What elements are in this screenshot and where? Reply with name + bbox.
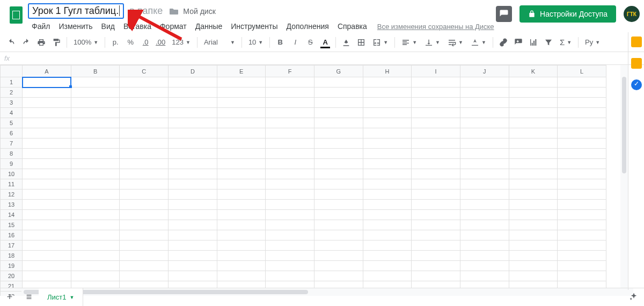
- cell[interactable]: [120, 220, 169, 230]
- cell[interactable]: [266, 159, 314, 169]
- cell[interactable]: [71, 118, 120, 128]
- cell[interactable]: [363, 149, 412, 159]
- cell[interactable]: [169, 241, 217, 251]
- cell[interactable]: [314, 88, 363, 98]
- cell[interactable]: [217, 190, 266, 200]
- cell[interactable]: [412, 118, 460, 128]
- cell[interactable]: [363, 241, 412, 251]
- cell[interactable]: [71, 159, 120, 169]
- insert-comment-button[interactable]: [511, 35, 525, 49]
- cell[interactable]: [509, 210, 558, 220]
- cell[interactable]: [412, 271, 460, 281]
- percent-button[interactable]: %: [123, 35, 137, 49]
- cell[interactable]: [23, 190, 71, 200]
- cell[interactable]: [217, 230, 266, 241]
- cell[interactable]: [120, 118, 169, 128]
- cell[interactable]: [363, 190, 412, 200]
- menu-view[interactable]: Вид: [98, 20, 119, 33]
- tasks-addon-icon[interactable]: ✓: [631, 79, 642, 90]
- cell[interactable]: [412, 230, 460, 241]
- cell[interactable]: [314, 261, 363, 271]
- column-header[interactable]: J: [460, 65, 509, 77]
- cell[interactable]: [120, 271, 169, 281]
- cell[interactable]: [23, 128, 71, 139]
- cell[interactable]: [23, 139, 71, 149]
- cell[interactable]: [363, 77, 412, 88]
- cell[interactable]: [460, 98, 509, 108]
- print-button[interactable]: [34, 35, 48, 49]
- cell[interactable]: [509, 128, 558, 139]
- column-header[interactable]: D: [169, 65, 217, 77]
- text-wrap-button[interactable]: ▼: [444, 35, 466, 49]
- row-header[interactable]: 4: [1, 108, 23, 118]
- cell[interactable]: [23, 159, 71, 169]
- cell[interactable]: [217, 261, 266, 271]
- cell[interactable]: [120, 230, 169, 241]
- cell[interactable]: [412, 77, 460, 88]
- cell[interactable]: [460, 200, 509, 210]
- sheets-logo[interactable]: [10, 6, 23, 24]
- menu-edit[interactable]: Изменить: [55, 20, 96, 33]
- row-header[interactable]: 19: [1, 261, 23, 271]
- cell[interactable]: [558, 139, 606, 149]
- cell[interactable]: [363, 128, 412, 139]
- font-size-dropdown[interactable]: 10▼: [245, 35, 266, 49]
- cell[interactable]: [71, 169, 120, 179]
- cell[interactable]: [314, 190, 363, 200]
- cell[interactable]: [412, 251, 460, 261]
- cell[interactable]: [169, 271, 217, 281]
- text-rotation-button[interactable]: ▼: [467, 35, 489, 49]
- cell[interactable]: [509, 230, 558, 241]
- cell[interactable]: [23, 210, 71, 220]
- all-sheets-button[interactable]: ≡: [19, 288, 39, 307]
- cell[interactable]: [314, 179, 363, 190]
- cell[interactable]: [266, 118, 314, 128]
- currency-button[interactable]: p.: [108, 35, 122, 49]
- cell[interactable]: [558, 210, 606, 220]
- cell[interactable]: [217, 169, 266, 179]
- cell[interactable]: [363, 261, 412, 271]
- row-header[interactable]: 20: [1, 271, 23, 281]
- number-format-dropdown[interactable]: 123▼: [169, 35, 194, 49]
- menu-addons[interactable]: Дополнения: [283, 20, 333, 33]
- row-header[interactable]: 5: [1, 118, 23, 128]
- cell[interactable]: [314, 251, 363, 261]
- cell[interactable]: [363, 139, 412, 149]
- cell[interactable]: [71, 241, 120, 251]
- cell[interactable]: [120, 139, 169, 149]
- cell[interactable]: [314, 118, 363, 128]
- column-header[interactable]: A: [23, 65, 71, 77]
- cell[interactable]: [169, 230, 217, 241]
- cell[interactable]: [314, 200, 363, 210]
- cell[interactable]: [120, 210, 169, 220]
- cell[interactable]: [460, 179, 509, 190]
- cell[interactable]: [71, 149, 120, 159]
- share-button[interactable]: Настройки Доступа: [519, 5, 616, 23]
- cell[interactable]: [23, 251, 71, 261]
- cell[interactable]: [169, 210, 217, 220]
- cell[interactable]: [266, 251, 314, 261]
- cell[interactable]: [120, 128, 169, 139]
- cell[interactable]: [460, 251, 509, 261]
- cell[interactable]: [460, 88, 509, 98]
- cell[interactable]: [412, 108, 460, 118]
- account-avatar[interactable]: ГТК: [624, 6, 640, 22]
- cell[interactable]: [71, 230, 120, 241]
- cell[interactable]: [169, 108, 217, 118]
- cell[interactable]: [460, 261, 509, 271]
- cell[interactable]: [71, 179, 120, 190]
- cell[interactable]: [412, 159, 460, 169]
- cell[interactable]: [71, 88, 120, 98]
- row-header[interactable]: 3: [1, 98, 23, 108]
- cell[interactable]: [120, 159, 169, 169]
- cell[interactable]: [509, 179, 558, 190]
- cell[interactable]: [509, 200, 558, 210]
- explore-button[interactable]: [627, 290, 641, 304]
- cell[interactable]: [120, 251, 169, 261]
- cell[interactable]: [363, 251, 412, 261]
- cell[interactable]: [509, 108, 558, 118]
- row-header[interactable]: 7: [1, 139, 23, 149]
- cell[interactable]: [412, 241, 460, 251]
- column-header[interactable]: K: [509, 65, 558, 77]
- cell[interactable]: [412, 98, 460, 108]
